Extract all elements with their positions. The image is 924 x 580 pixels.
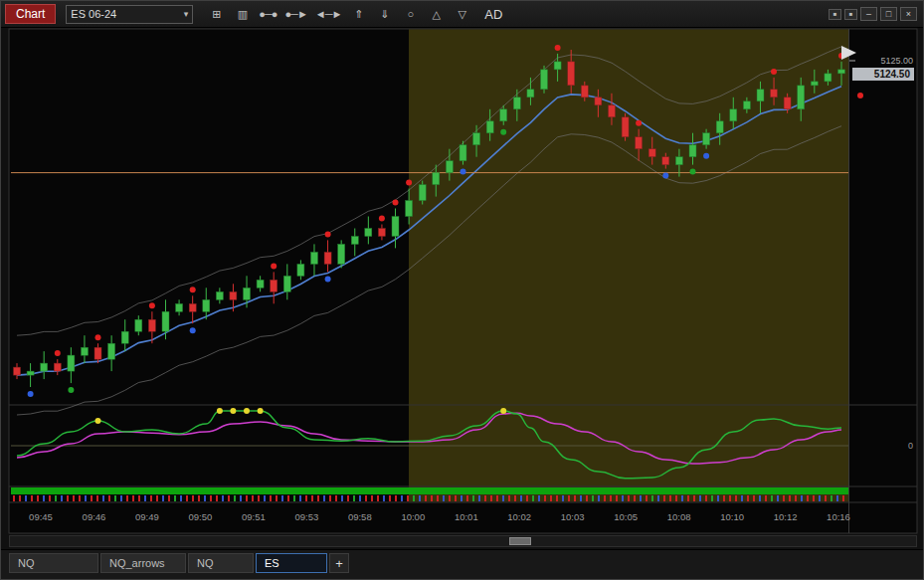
candle xyxy=(406,201,413,217)
indicator-peak-dot xyxy=(244,408,250,414)
candle xyxy=(568,62,575,86)
axis-signal-dot xyxy=(857,93,863,98)
candle xyxy=(311,252,318,264)
candle xyxy=(500,109,507,121)
dock-button[interactable]: ■ xyxy=(829,9,841,20)
candle xyxy=(473,133,480,145)
candle xyxy=(486,121,493,133)
buy-signal-dot xyxy=(28,391,34,397)
add-tab-button[interactable]: + xyxy=(329,553,349,573)
chevron-down-icon: ▾ xyxy=(184,9,189,19)
candle xyxy=(271,280,277,291)
sell-signal-dot xyxy=(393,200,399,206)
confirm-signal-dot xyxy=(690,169,696,175)
triangle-up-icon[interactable]: △ xyxy=(427,5,445,24)
ruler-icon[interactable]: ▥ xyxy=(233,5,251,24)
drawing-toolbar: ⊞▥●─●●─►◄─►⇑⇓○△▽ xyxy=(207,5,470,24)
buy-signal-dot xyxy=(662,173,668,179)
candle xyxy=(460,145,466,161)
ray-line-icon[interactable]: ●─► xyxy=(284,5,306,24)
sell-signal-dot xyxy=(325,231,331,237)
candle xyxy=(554,62,561,70)
candle xyxy=(54,363,61,371)
candle xyxy=(581,86,588,97)
candle xyxy=(730,109,737,121)
line-segment-icon[interactable]: ●─● xyxy=(259,5,277,24)
scrollbar-handle[interactable] xyxy=(509,537,531,545)
candle xyxy=(230,291,237,299)
candle xyxy=(82,347,89,355)
candle xyxy=(513,97,520,109)
buy-signal-dot xyxy=(190,327,196,333)
current-price-label: 5124.50 xyxy=(874,69,911,80)
pin-button[interactable]: ■ xyxy=(844,9,857,20)
time-label: 10:03 xyxy=(561,511,585,522)
instrument-selector[interactable]: ES 06-24 ▾ xyxy=(66,5,193,24)
candle xyxy=(283,276,290,291)
grid-icon[interactable]: ⊞ xyxy=(207,5,225,24)
candle xyxy=(108,343,115,359)
toolbar: Chart ES 06-24 ▾ ⊞▥●─●●─►◄─►⇑⇓○△▽ AD ■■–… xyxy=(1,1,923,28)
candle xyxy=(784,97,791,109)
ellipse-icon[interactable]: ○ xyxy=(401,5,419,24)
candle xyxy=(433,173,440,185)
candle xyxy=(203,299,210,311)
down-arrow-icon[interactable]: ⇓ xyxy=(375,5,393,24)
indicator-peak-dot xyxy=(230,408,236,414)
candle xyxy=(216,291,223,299)
candle xyxy=(162,311,169,331)
candle xyxy=(14,367,21,375)
candle xyxy=(176,303,183,311)
price-chart[interactable]: 09:4509:4609:4909:5009:5109:5309:5810:00… xyxy=(1,1,924,580)
candle xyxy=(68,355,75,371)
maximize-button[interactable]: □ xyxy=(880,7,897,21)
candle xyxy=(378,229,385,237)
candle xyxy=(757,90,764,101)
candle xyxy=(351,237,358,245)
candle xyxy=(771,90,778,97)
candle xyxy=(365,229,372,237)
time-label: 10:05 xyxy=(614,511,638,522)
tab-nq[interactable]: NQ xyxy=(188,553,254,573)
chart-window: Chart ES 06-24 ▾ ⊞▥●─●●─►◄─►⇑⇓○△▽ AD ■■–… xyxy=(0,0,924,580)
candle xyxy=(392,217,399,237)
tab-es[interactable]: ES xyxy=(256,553,327,573)
time-label: 09:46 xyxy=(83,511,106,522)
time-label: 09:45 xyxy=(29,511,53,522)
sell-signal-dot xyxy=(55,350,61,356)
time-label: 10:02 xyxy=(507,511,531,522)
price-tick-label: 5125.00 xyxy=(880,56,913,66)
candle xyxy=(527,90,534,97)
sell-signal-dot xyxy=(271,263,277,269)
up-arrow-icon[interactable]: ⇑ xyxy=(349,5,367,24)
tab-nq[interactable]: NQ xyxy=(9,553,98,573)
indicator-peak-dot xyxy=(95,418,101,424)
candle xyxy=(338,244,345,264)
candle xyxy=(189,303,196,311)
candle xyxy=(297,264,304,276)
triangle-down-icon[interactable]: ▽ xyxy=(453,5,470,24)
extended-line-icon[interactable]: ◄─► xyxy=(315,5,342,24)
candle xyxy=(636,137,643,149)
window-controls: ■■–□× xyxy=(829,7,917,21)
chart-menu-button[interactable]: Chart xyxy=(5,4,56,24)
tab-bar: NQNQ_arrowsNQES+ xyxy=(1,549,924,580)
minimize-button[interactable]: – xyxy=(860,7,877,21)
candle xyxy=(541,70,548,90)
sell-signal-dot xyxy=(149,302,155,308)
confirm-signal-dot xyxy=(500,129,506,135)
indicator-peak-dot xyxy=(217,408,223,414)
time-label: 10:16 xyxy=(827,511,850,522)
time-label: 09:53 xyxy=(295,511,319,522)
close-button[interactable]: × xyxy=(900,7,917,21)
tab-nq_arrows[interactable]: NQ_arrows xyxy=(100,553,186,573)
horizontal-scrollbar[interactable] xyxy=(9,535,917,547)
time-label: 10:12 xyxy=(774,511,798,522)
buy-signal-dot xyxy=(461,169,466,175)
candle xyxy=(135,319,142,331)
candle xyxy=(148,319,155,331)
candle xyxy=(675,157,682,165)
candle xyxy=(257,280,264,288)
time-label: 09:49 xyxy=(135,511,159,522)
time-label: 09:58 xyxy=(348,511,372,522)
